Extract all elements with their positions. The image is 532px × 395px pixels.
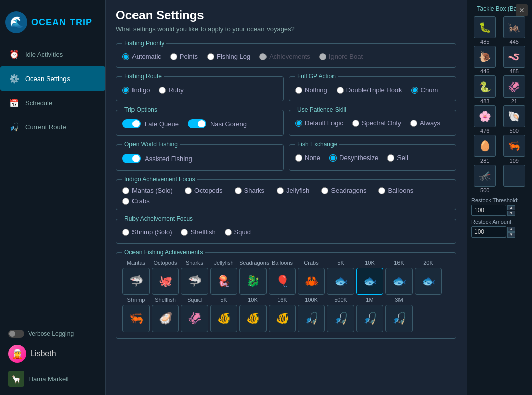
bait-count-2: 445 <box>510 39 519 45</box>
indigo-mantas[interactable]: Mantas (Solo) <box>122 187 173 194</box>
verbose-logging-label: Verbose Logging <box>28 330 74 337</box>
verbose-logging-row: Verbose Logging <box>5 326 100 342</box>
ruby-shrimp[interactable]: Shrimp (Solo) <box>122 228 172 236</box>
route-ruby[interactable]: Ruby <box>159 86 183 94</box>
verbose-logging-toggle[interactable] <box>8 330 24 338</box>
bait-item-3: 🐌 446 <box>471 46 499 74</box>
tackle-box: Tackle Box (Bait) 🐛 485 🦗 445 🐌 446 🪱 48… <box>467 0 532 395</box>
sidebar-item-ocean-settings[interactable]: ⚙️ Ocean Settings <box>0 66 105 91</box>
bait-icon-3: 🐌 <box>474 46 496 68</box>
gp-double-triple[interactable]: Double/Triple Hook <box>337 86 402 94</box>
restock-amount-input[interactable] <box>471 226 506 238</box>
full-gp-action-section: Full GP Action Nothing Double/Triple Hoo… <box>289 73 456 101</box>
restock-threshold-input[interactable] <box>471 205 506 216</box>
clock-icon: ⏰ <box>8 48 20 60</box>
bait-item-11: 🦟 500 <box>471 165 499 193</box>
restock-amount-down[interactable]: ▼ <box>507 232 515 238</box>
bait-icon-12 <box>503 165 525 187</box>
ach-label-20k: 20K <box>415 260 442 266</box>
bait-icon-9: 🥚 <box>474 135 496 157</box>
page-subtitle: What settings would you like to apply to… <box>116 25 456 33</box>
priority-automatic[interactable]: Automatic <box>122 53 161 60</box>
late-queue-label: Late Queue <box>145 120 179 128</box>
bait-count-8: 500 <box>510 128 519 134</box>
bait-count-5: 483 <box>480 98 489 104</box>
exchange-desynthesize[interactable]: Desynthesize <box>329 154 378 162</box>
bait-pair-6: 🦟 500 <box>471 165 528 193</box>
priority-ignore-boat[interactable]: Ignore Boat <box>319 53 363 60</box>
sidebar-bottom: Verbose Logging 🧝 Lisbeth 🦙 Llama Market <box>0 321 105 395</box>
fish-exchange-legend: Fish Exchange <box>295 141 339 148</box>
patience-skill-section: Use Patience Skill Default Logic Spectra… <box>289 106 456 136</box>
assisted-fishing-toggle-group: Assisted Fishing <box>122 154 192 163</box>
bait-item-8: 🐚 500 <box>501 105 528 134</box>
ach-icon-sharks: 🦈 <box>181 268 208 295</box>
patience-spectral[interactable]: Spectral Only <box>352 119 401 127</box>
indigo-focus-options: Mantas (Solo) Octopods Sharks Jellyfish … <box>122 187 450 205</box>
fishing-route-section: Fishing Route Indigo Ruby <box>116 73 284 101</box>
ach-row1-icons: 🦈 🐙 🦈 🪼 🐉 🎈 🦀 🐟 🐟 🐟 🐟 <box>122 268 450 295</box>
exchange-sell[interactable]: Sell <box>387 154 408 162</box>
exchange-none[interactable]: None <box>295 154 320 162</box>
fish-exchange-section: Fish Exchange None Desynthesize Sell <box>289 141 456 171</box>
patience-default[interactable]: Default Logic <box>295 119 343 127</box>
ach-label-sharks: Sharks <box>181 260 208 266</box>
ruby-squid[interactable]: Squid <box>225 228 251 236</box>
priority-fishing-log[interactable]: Fishing Log <box>207 53 250 60</box>
sidebar-item-idle-activities[interactable]: ⏰ Idle Activities <box>0 42 105 66</box>
ach-icon-100k: 🎣 <box>298 305 325 332</box>
ach-icon-500k: 🎣 <box>327 305 354 332</box>
indigo-balloons[interactable]: Balloons <box>378 187 413 194</box>
ach-label-seadragons: Seadragons <box>239 260 267 266</box>
sidebar-item-current-route[interactable]: 🎣 Current Route <box>0 115 105 139</box>
route-indigo[interactable]: Indigo <box>122 86 150 94</box>
calendar-icon: 📅 <box>8 97 20 109</box>
bait-count-1: 485 <box>480 39 489 45</box>
priority-points[interactable]: Points <box>170 53 198 60</box>
full-gp-legend: Full GP Action <box>295 73 338 80</box>
ruby-focus-options: Shrimp (Solo) Shellfish Squid <box>122 226 450 238</box>
priority-achievements[interactable]: Achievements <box>259 53 310 60</box>
bait-item-2: 🦗 445 <box>501 16 528 45</box>
ach-icon-16k-r2: 🐠 <box>269 305 296 332</box>
ach-row1-labels: Mantas Octopods Sharks Jellyfish Seadrag… <box>122 260 450 266</box>
ach-label-5k-r2: 5K <box>210 297 237 303</box>
indigo-sharks[interactable]: Sharks <box>235 187 264 194</box>
indigo-seadragons[interactable]: Seadragons <box>321 187 366 194</box>
nasi-goreng-toggle[interactable] <box>188 119 206 128</box>
bait-item-4: 🪱 485 <box>501 46 528 74</box>
sidebar-label-idle: Idle Activities <box>25 51 63 58</box>
logo-icon: 🌊 <box>5 11 27 33</box>
trip-options-section: Trip Options Late Queue Nasi Goreng <box>116 106 284 136</box>
indigo-octopods[interactable]: Octopods <box>185 187 223 194</box>
late-queue-toggle[interactable] <box>122 119 141 128</box>
patience-always[interactable]: Always <box>410 119 440 127</box>
sidebar-item-schedule[interactable]: 📅 Schedule <box>0 91 105 115</box>
trip-patience-row: Trip Options Late Queue Nasi Goreng Use … <box>116 106 456 136</box>
market-row[interactable]: 🦙 Llama Market <box>5 368 100 390</box>
bait-item-6: 🦑 21 <box>501 75 528 104</box>
gp-nothing[interactable]: Nothing <box>295 86 327 94</box>
bait-item-10: 🦐 109 <box>501 135 528 164</box>
indigo-jellyfish[interactable]: Jellyfish <box>277 187 309 194</box>
bait-item-1: 🐛 485 <box>471 16 499 45</box>
ruby-shellfish[interactable]: Shellfish <box>181 228 215 236</box>
bait-count-11: 500 <box>480 187 489 193</box>
nasi-goreng-label: Nasi Goreng <box>210 120 247 128</box>
main-content: Ocean Settings What settings would you l… <box>106 0 467 395</box>
gp-chum[interactable]: Chum <box>411 86 438 94</box>
fishing-priority-options: Automatic Points Fishing Log Achievement… <box>122 51 450 62</box>
assisted-fishing-toggle[interactable] <box>122 154 141 163</box>
restock-threshold-label: Restock Threshold: <box>471 197 528 203</box>
bait-count-9: 281 <box>480 157 489 164</box>
restock-amount-up[interactable]: ▲ <box>507 227 515 232</box>
indigo-crabs[interactable]: Crabs <box>122 197 150 205</box>
ach-label-mantas: Mantas <box>122 260 150 266</box>
bait-count-7: 476 <box>480 128 489 134</box>
bait-icon-5: 🐍 <box>474 75 496 98</box>
close-button[interactable]: ✕ <box>516 4 528 16</box>
sidebar-label-schedule: Schedule <box>25 99 52 107</box>
restock-threshold-down[interactable]: ▼ <box>507 211 515 216</box>
ach-icon-5k-r2: 🐠 <box>210 305 237 332</box>
restock-threshold-up[interactable]: ▲ <box>507 205 515 210</box>
